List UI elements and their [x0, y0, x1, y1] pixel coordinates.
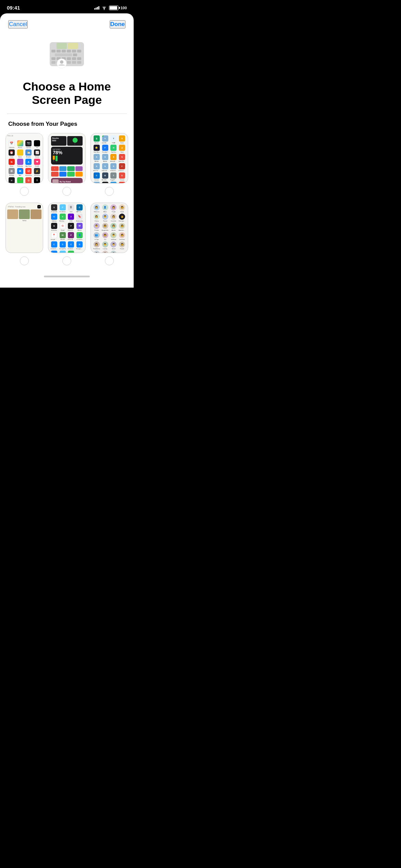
page-radio-4[interactable]	[20, 256, 29, 265]
page-item-4[interactable]: #TikTok · Trending now T TikTok	[5, 203, 43, 265]
page-item-5[interactable]: S Scriptable F Feedback 🗑 Junk C	[48, 203, 86, 265]
svg-rect-17	[77, 57, 81, 60]
page-thumb-4[interactable]: #TikTok · Trending now T TikTok	[5, 203, 43, 253]
svg-rect-10	[55, 53, 72, 56]
svg-rect-18	[51, 61, 56, 64]
heading-area: Choose a Home Screen Page	[0, 80, 134, 113]
svg-rect-4	[51, 50, 56, 52]
mini-app-calendar: 📅 Calendar	[8, 140, 15, 148]
signal-icon	[94, 6, 99, 10]
page-radio-1[interactable]	[20, 187, 29, 196]
keyboard-illustration	[0, 32, 134, 80]
status-icons: 100	[94, 5, 127, 10]
home-screen-page-sheet: Cancel Done	[0, 13, 134, 288]
svg-rect-6	[62, 50, 66, 52]
pages-grid-row2: #TikTok · Trending now T TikTok	[0, 203, 134, 265]
page-radio-5[interactable]	[62, 256, 71, 265]
cancel-button[interactable]: Cancel	[8, 20, 28, 28]
wifi-icon	[101, 6, 107, 10]
svg-rect-16	[72, 57, 76, 60]
page-thumb-2[interactable]: Stocks ▓▓▓▓ ⬤ ●	[48, 133, 86, 183]
svg-rect-12	[51, 57, 56, 60]
page-radio-3[interactable]	[105, 187, 114, 196]
top-bar: Cancel Done	[0, 13, 134, 32]
page-thumb-6[interactable]: 👩 Rebecca 👤 Mimo 👩 Purple 👩	[90, 203, 128, 253]
page-thumb-3[interactable]: S Sheets N now Mobile Y YhAB	[90, 133, 128, 183]
battery-icon	[109, 5, 119, 10]
divider	[7, 113, 127, 114]
svg-rect-2	[57, 43, 67, 49]
done-button[interactable]: Done	[110, 20, 126, 28]
time: 09:41	[7, 5, 20, 11]
svg-point-0	[104, 9, 105, 10]
page-item-6[interactable]: 👩 Rebecca 👤 Mimo 👩 Purple 👩	[90, 203, 128, 265]
page-thumb-5[interactable]: S Scriptable F Feedback 🗑 Junk C	[48, 203, 86, 253]
status-bar: 09:41 100	[0, 0, 134, 13]
keyboard-icon	[45, 35, 89, 73]
svg-rect-22	[72, 61, 76, 64]
battery-level: 100	[121, 6, 127, 10]
pages-grid-row1: THU 15 📅 Calendar Photos 📷 Camera	[0, 133, 134, 196]
svg-rect-5	[57, 50, 61, 52]
page-thumb-1[interactable]: THU 15 📅 Calendar Photos 📷 Camera	[5, 133, 43, 183]
page-item-3[interactable]: S Sheets N now Mobile Y YhAB	[90, 133, 128, 196]
page-item-1[interactable]: THU 15 📅 Calendar Photos 📷 Camera	[5, 133, 43, 196]
svg-rect-15	[67, 57, 71, 60]
page-radio-2[interactable]	[62, 187, 71, 196]
svg-rect-23	[77, 61, 81, 64]
svg-rect-9	[77, 50, 81, 52]
svg-rect-3	[68, 43, 78, 49]
svg-rect-11	[73, 53, 77, 56]
page-item-2[interactable]: Stocks ▓▓▓▓ ⬤ ●	[48, 133, 86, 196]
svg-point-25	[60, 60, 63, 64]
svg-rect-21	[67, 61, 71, 64]
page-title: Choose a Home Screen Page	[10, 80, 123, 107]
svg-rect-8	[72, 50, 76, 52]
page-radio-6[interactable]	[105, 256, 114, 265]
section-label: Choose from Your Pages	[0, 121, 134, 133]
svg-rect-7	[67, 50, 71, 52]
